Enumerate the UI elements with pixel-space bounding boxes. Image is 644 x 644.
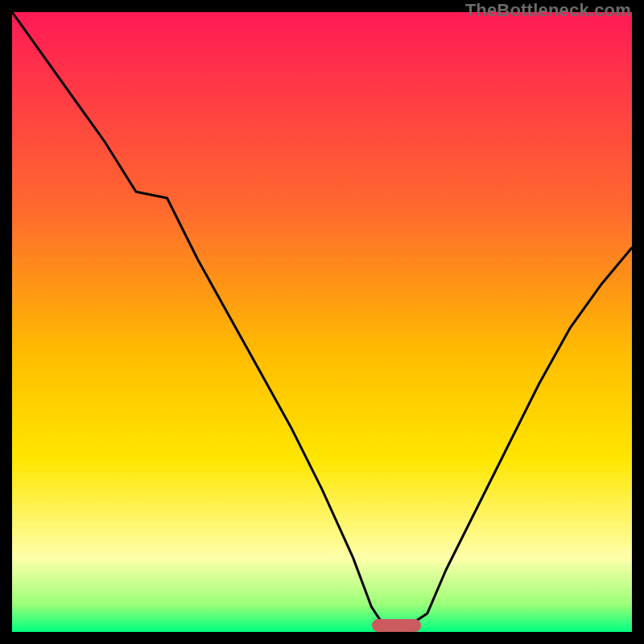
optimal-range-marker <box>372 619 422 632</box>
watermark-text: TheBottleneck.com <box>465 0 631 21</box>
plot-area <box>12 12 632 632</box>
bottleneck-curve <box>12 12 632 632</box>
chart-stage: TheBottleneck.com <box>0 0 644 644</box>
